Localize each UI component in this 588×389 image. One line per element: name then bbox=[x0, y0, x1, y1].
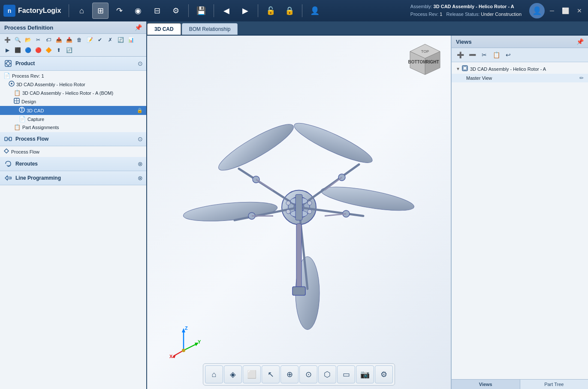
master-view-edit-icon[interactable]: ✏ bbox=[579, 75, 584, 81]
pt-blue-btn[interactable]: 🔵 bbox=[23, 45, 33, 55]
toolbar-home-btn[interactable]: ⌂ bbox=[73, 3, 90, 19]
views-add-btn[interactable]: ➕ bbox=[455, 50, 465, 60]
svg-rect-14 bbox=[5, 137, 7, 141]
toolbar-forward-btn[interactable]: ▶ bbox=[237, 3, 253, 19]
pt-add-btn[interactable]: ➕ bbox=[3, 35, 12, 45]
assembly-tree-icon bbox=[9, 81, 15, 88]
product-section-icon bbox=[3, 59, 13, 68]
toolbar-save-btn[interactable]: 💾 bbox=[193, 3, 209, 19]
vp-settings-btn[interactable]: ⚙ bbox=[375, 365, 393, 383]
vp-box-btn[interactable]: ⬡ bbox=[318, 365, 336, 383]
tree-item-design[interactable]: Design bbox=[0, 97, 146, 106]
3dcad-icon bbox=[19, 107, 25, 114]
tree-item-bom[interactable]: 📋 3D CAD Assembly - Helico Rotor - A (BO… bbox=[0, 89, 146, 97]
3d-viewport[interactable]: RIGHT BOTTOM TOP bbox=[147, 36, 451, 389]
reroutes-header[interactable]: Reroutes ⊗ bbox=[0, 157, 146, 171]
pt-check-btn[interactable]: ✔ bbox=[95, 35, 105, 45]
views-tree-root[interactable]: ▼ 3D CAD Assembly - Helico Rotor - A bbox=[452, 64, 588, 74]
process-flow-collapse-icon[interactable]: ⊙ bbox=[138, 136, 143, 142]
coordinate-axes: Z Y X bbox=[169, 325, 203, 359]
restore-btn[interactable]: ⬜ bbox=[559, 6, 572, 15]
toolbar-route-btn[interactable]: ↷ bbox=[111, 3, 127, 19]
pt-up-btn[interactable]: ⬆ bbox=[54, 45, 63, 55]
reroutes-collapse-icon[interactable]: ⊗ bbox=[138, 160, 143, 167]
toolbar-lock-btn[interactable]: 🔒 bbox=[281, 3, 298, 19]
close-btn[interactable]: ✕ bbox=[574, 6, 585, 15]
toolbar-separator-4 bbox=[258, 4, 258, 17]
pt-tag-btn[interactable]: 🏷 bbox=[44, 35, 53, 45]
tree-item-assembly[interactable]: 3D CAD Assembly - Helico Rotor bbox=[0, 80, 146, 89]
svg-line-58 bbox=[184, 344, 196, 350]
pt-search-btn[interactable]: 🔍 bbox=[13, 35, 22, 45]
product-section-header[interactable]: Product ⊙ bbox=[0, 57, 146, 71]
product-collapse-icon[interactable]: ⊙ bbox=[138, 60, 143, 67]
release-label: Release Status: bbox=[446, 12, 480, 17]
pt-edit-btn[interactable]: 📝 bbox=[85, 35, 94, 45]
part-assign-icon: 📋 bbox=[14, 124, 21, 130]
vp-camera-btn[interactable]: 📷 bbox=[356, 365, 374, 383]
svg-rect-66 bbox=[463, 66, 467, 70]
views-scissors-btn[interactable]: ✂ bbox=[479, 50, 489, 60]
toolbar-globe-btn[interactable]: ◉ bbox=[130, 3, 146, 19]
pt-stop-btn[interactable]: ⬛ bbox=[13, 45, 22, 55]
tree-item-capture[interactable]: 📄 Capture bbox=[0, 115, 146, 123]
tree-item-process-flow[interactable]: Process Flow bbox=[0, 147, 146, 156]
views-tab-part-tree[interactable]: Part Tree bbox=[520, 380, 588, 389]
pt-chart-btn[interactable]: 📊 bbox=[126, 35, 136, 45]
user-avatar[interactable]: 👤 bbox=[529, 3, 545, 18]
line-programming-header[interactable]: Line Programming ⊗ bbox=[0, 171, 146, 185]
process-flow-header[interactable]: Process Flow ⊙ bbox=[0, 132, 146, 146]
views-bottom-tabs: Views Part Tree bbox=[452, 379, 588, 389]
panel-pin-icon[interactable]: 📌 bbox=[135, 24, 142, 31]
vp-perspective-btn[interactable]: ◈ bbox=[224, 365, 242, 383]
bom-label: 3D CAD Assembly - Helico Rotor - A (BOM) bbox=[22, 90, 113, 96]
assembly-tree-label: 3D CAD Assembly - Helico Rotor bbox=[16, 82, 85, 87]
titlebar: n FactoryLogix ⌂ ⊞ ↷ ◉ ⊟ ⚙ 💾 ◀ ▶ 🔓 🔒 👤 A… bbox=[0, 0, 588, 21]
vp-cube-btn[interactable]: ⬜ bbox=[243, 365, 261, 383]
views-copy-btn[interactable]: 📋 bbox=[491, 50, 501, 60]
vp-cursor-btn[interactable]: ↖ bbox=[262, 365, 280, 383]
right-area: 3D CAD BOM Relationship RIGHT bbox=[147, 21, 588, 389]
toolbar-back-btn[interactable]: ◀ bbox=[218, 3, 235, 19]
views-panel: Views 📌 ➕ ➖ ✂ 📋 ↩ ▼ bbox=[451, 36, 588, 389]
toolbar-grid-btn[interactable]: ⊞ bbox=[92, 3, 109, 19]
pt-orange-btn[interactable]: 🔶 bbox=[44, 45, 53, 55]
vp-select2-btn[interactable]: ⊕ bbox=[280, 365, 299, 383]
vp-home-btn[interactable]: ⌂ bbox=[205, 365, 223, 383]
views-back-btn[interactable]: ↩ bbox=[503, 50, 513, 60]
tab-3dcad[interactable]: 3D CAD bbox=[147, 23, 181, 35]
tree-item-part-assign[interactable]: 📋 Part Assignments bbox=[0, 123, 146, 131]
process-flow-item-icon bbox=[3, 148, 9, 155]
tree-item-3dcad[interactable]: 3D CAD 🔒 bbox=[0, 106, 146, 115]
views-minus-btn[interactable]: ➖ bbox=[467, 50, 477, 60]
pt-refresh-btn[interactable]: 🔄 bbox=[116, 35, 125, 45]
svg-rect-54 bbox=[292, 286, 305, 295]
pt-loop-btn[interactable]: 🔃 bbox=[64, 45, 74, 55]
line-programming-collapse-icon[interactable]: ⊗ bbox=[138, 175, 143, 181]
reroutes-section: Reroutes ⊗ bbox=[0, 157, 146, 171]
pt-delete-btn[interactable]: 🗑 bbox=[75, 35, 84, 45]
header-info: Assembly: 3D CAD Assembly - Helico Rotor… bbox=[410, 3, 522, 18]
svg-point-28 bbox=[183, 199, 278, 224]
pt-play-btn[interactable]: ▶ bbox=[3, 45, 12, 55]
views-pin-icon[interactable]: 📌 bbox=[576, 38, 584, 45]
vp-orbit-btn[interactable]: ⊙ bbox=[299, 365, 317, 383]
toolbar-table-btn[interactable]: ⊟ bbox=[149, 3, 165, 19]
minimize-btn[interactable]: ─ bbox=[547, 6, 557, 15]
toolbar-person-btn[interactable]: 👤 bbox=[307, 3, 323, 19]
pt-clear-btn[interactable]: ✗ bbox=[106, 35, 115, 45]
pt-import-btn[interactable]: 📥 bbox=[64, 35, 74, 45]
tree-item-process-rev[interactable]: 📄 Process Rev: 1 bbox=[0, 72, 146, 80]
views-tab-views[interactable]: Views bbox=[452, 380, 520, 389]
line-programming-section: Line Programming ⊗ bbox=[0, 171, 146, 185]
pt-cut-btn[interactable]: ✂ bbox=[33, 35, 43, 45]
tab-bom[interactable]: BOM Relationship bbox=[182, 23, 238, 35]
toolbar-unlock-btn[interactable]: 🔓 bbox=[262, 3, 279, 19]
pt-export-btn[interactable]: 📤 bbox=[54, 35, 63, 45]
pt-folder-btn[interactable]: 📂 bbox=[23, 35, 33, 45]
pt-red-btn[interactable]: 🔴 bbox=[33, 45, 43, 55]
views-tree-master-view[interactable]: Master View ✏ bbox=[452, 74, 588, 82]
toolbar-settings-btn[interactable]: ⚙ bbox=[168, 3, 184, 19]
process-rev-icon: 📄 bbox=[3, 72, 10, 79]
vp-plane-btn[interactable]: ▭ bbox=[337, 365, 355, 383]
